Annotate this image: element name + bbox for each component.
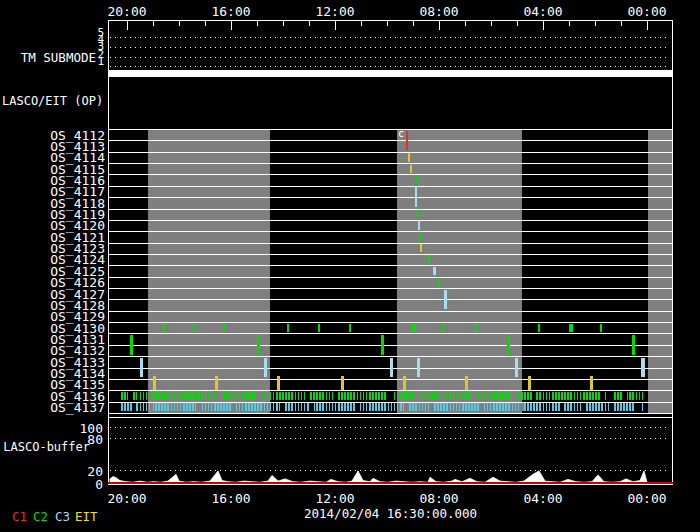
os-dense-gap <box>430 403 434 411</box>
time-tick-major <box>231 21 232 30</box>
os-marker-green <box>569 324 573 332</box>
buffer-ytick-label: 100 <box>63 421 103 436</box>
os-marker-lightcyan <box>390 358 393 378</box>
os-row-separator <box>108 197 673 198</box>
os-marker-green <box>428 255 430 263</box>
time-tick-minor <box>283 21 284 26</box>
os-dense-gap <box>480 403 484 411</box>
time-label-top: 16:00 <box>205 4 257 19</box>
os-row-separator <box>108 277 673 278</box>
os-dense-gap <box>257 392 263 400</box>
os-row-separator <box>108 379 673 380</box>
os-marker-green <box>349 324 351 332</box>
legend-item-c3: C3 <box>55 509 70 524</box>
time-label-top: 04:00 <box>517 4 569 19</box>
os-row-separator <box>108 333 673 334</box>
tm-ytick-label: 1 <box>96 58 104 66</box>
os-marker-yellow <box>465 376 468 390</box>
time-tick-major <box>647 21 648 30</box>
os-row-separator <box>108 140 673 141</box>
os-marker-lightcyan <box>418 221 420 229</box>
os-dense-gap <box>600 392 604 400</box>
os-marker-green <box>416 176 418 184</box>
os-marker-yellow <box>420 244 422 252</box>
time-label-top: 20:00 <box>101 4 153 19</box>
os-marker-green <box>318 324 320 332</box>
time-label-bottom: 16:00 <box>205 491 257 506</box>
os-dense-gap <box>520 403 524 411</box>
os-marker-lightcyan <box>433 267 436 275</box>
os-dense-gap <box>636 403 640 411</box>
os-dense-gap <box>310 403 314 411</box>
os-marker-yellow <box>277 376 280 390</box>
os-row-separator <box>108 152 673 153</box>
os-marker-green <box>130 335 133 355</box>
os-row-separator <box>108 129 673 130</box>
os-marker-lightcyan <box>415 187 417 207</box>
os-dense-gap <box>610 403 614 411</box>
time-tick-major <box>127 21 128 30</box>
os-dense-gap <box>414 392 418 400</box>
plot-frame-left <box>108 20 109 485</box>
time-tick-minor <box>257 21 258 26</box>
tm-submode-label: TM SUBMODE <box>6 50 96 65</box>
os-marker-green <box>417 210 419 218</box>
os-row-separator <box>108 311 673 312</box>
os-dense-gap <box>623 392 627 400</box>
time-label-top: 00:00 <box>621 4 673 19</box>
os-dense-gap <box>471 392 475 400</box>
buffer-ytick-label: 20 <box>63 464 103 479</box>
os-marker-green <box>193 324 195 332</box>
os-row-separator <box>108 220 673 221</box>
os-dense-gap <box>128 392 132 400</box>
os-dense-gap <box>512 392 515 400</box>
tm-gridline-dots <box>110 57 667 58</box>
os-marker-yellow <box>403 376 406 390</box>
os-marker-green <box>438 278 440 286</box>
os-dense-gap <box>356 403 360 411</box>
time-label-bottom: 04:00 <box>517 491 569 506</box>
os-dense-gap <box>608 392 612 400</box>
time-tick-minor <box>179 21 180 26</box>
os-marker-green <box>163 324 165 332</box>
time-label-bottom: 12:00 <box>309 491 361 506</box>
time-tick-minor <box>413 21 414 26</box>
os-row-separator <box>108 299 673 300</box>
plot-frame-bottom <box>108 484 673 485</box>
os-row-separator <box>108 288 673 289</box>
os-marker-green <box>419 233 421 241</box>
os-dense-gap <box>582 403 585 411</box>
os-dense-gap <box>137 392 140 400</box>
os-row-separator <box>108 265 673 266</box>
os-gray-band <box>648 129 672 413</box>
os-dense-gap <box>196 403 200 411</box>
os-marker-lightcyan <box>417 358 420 378</box>
time-tick-minor <box>309 21 310 26</box>
os-row-separator <box>108 163 673 164</box>
tm-gridline-dots <box>110 37 667 38</box>
time-tick-minor <box>387 21 388 26</box>
buffer-floor-line <box>108 482 673 484</box>
os-marker-lightcyan <box>140 358 143 378</box>
os-marker-green <box>507 335 510 355</box>
os-marker-yellow <box>590 376 593 390</box>
os-dense-gap <box>333 392 336 400</box>
os-marker-lightcyan <box>641 358 645 378</box>
os-marker-yellow <box>528 376 531 390</box>
os-row-separator <box>108 231 673 232</box>
time-tick-minor <box>491 21 492 26</box>
plot-frame-top <box>108 20 673 21</box>
os-marker-yellow <box>341 376 344 390</box>
time-label-top: 12:00 <box>309 4 361 19</box>
os-marker-lightcyan <box>264 358 267 378</box>
buffer-usage-trace <box>108 417 672 484</box>
os-marker-green <box>257 335 260 355</box>
os-dense-gap <box>560 403 564 411</box>
os-dense-gap <box>388 392 392 400</box>
os-dense-gap <box>440 392 445 400</box>
os-marker-yellow <box>153 376 156 390</box>
os-dense-gap <box>218 392 221 400</box>
lasco-schedule-plot: TM SUBMODE LASCO/EIT (OP) LASCO-buffer 2… <box>0 0 700 532</box>
legend-item-c2: C2 <box>33 509 48 524</box>
os-marker-green <box>412 324 416 332</box>
